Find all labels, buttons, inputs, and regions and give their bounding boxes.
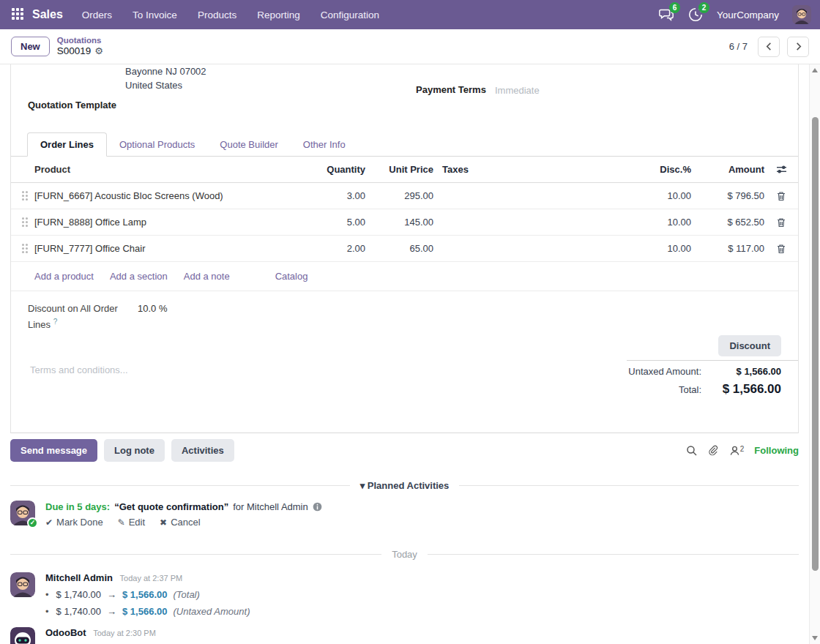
adjust-columns-icon[interactable]	[776, 165, 787, 174]
attachments-icon[interactable]	[708, 445, 719, 457]
terms-and-conditions-field[interactable]: Terms and conditions...	[30, 364, 128, 375]
cell-quantity[interactable]: 5.00	[283, 217, 365, 228]
followers-button[interactable]: 2	[729, 445, 745, 457]
add-section-link[interactable]: Add a section	[110, 271, 168, 282]
planned-activities-toggle[interactable]: ▾ Planned Activities	[350, 480, 460, 491]
discount-all-lines-value[interactable]: 10.0 %	[138, 303, 167, 314]
pager-previous-button[interactable]	[758, 37, 780, 57]
scroll-up-arrow[interactable]	[812, 68, 818, 72]
app-name[interactable]: Sales	[32, 8, 63, 21]
cell-product[interactable]: [FURN_8888] Office Lamp	[34, 217, 283, 228]
drag-handle-icon[interactable]	[22, 244, 24, 246]
scroll-down-arrow[interactable]	[812, 636, 818, 640]
activity-due: Due in 5 days:	[45, 501, 110, 512]
drag-handle-icon[interactable]	[22, 217, 24, 220]
activity-summary: “Get quote confirmation”	[114, 501, 228, 512]
tab-quote-builder[interactable]: Quote Builder	[207, 133, 291, 156]
arrow-icon: →	[107, 606, 116, 617]
cell-product[interactable]: [FURN_6667] Acoustic Bloc Screens (Wood)	[34, 190, 283, 201]
help-hint-icon[interactable]: ?	[53, 318, 58, 326]
message-time: Today at 2:37 PM	[120, 574, 183, 583]
user-avatar[interactable]	[792, 5, 811, 24]
scrollbar-thumb[interactable]	[812, 117, 819, 571]
activities-icon[interactable]: 2	[687, 7, 704, 23]
menu-orders[interactable]: Orders	[82, 10, 112, 20]
cell-quantity[interactable]: 2.00	[283, 243, 365, 254]
cell-disc[interactable]: 10.00	[625, 243, 691, 254]
menu-configuration[interactable]: Configuration	[321, 10, 379, 20]
delete-row-icon[interactable]	[777, 244, 786, 254]
new-value: $ 1,566.00	[122, 589, 167, 600]
delete-row-icon[interactable]	[777, 217, 786, 228]
following-toggle[interactable]: Following	[754, 445, 799, 456]
message-author[interactable]: OdooBot	[45, 627, 86, 638]
edit-activity-button[interactable]: ✎Edit	[118, 517, 145, 528]
cell-disc[interactable]: 10.00	[625, 190, 691, 201]
col-amount: Amount	[691, 164, 764, 175]
search-messages-icon[interactable]	[686, 445, 698, 457]
tab-other-info[interactable]: Other Info	[291, 133, 358, 156]
payment-terms-field[interactable]: Immediate	[495, 85, 540, 96]
address-line-1: Bayonne NJ 07002	[125, 64, 206, 78]
activity-check-badge: ✓	[27, 517, 38, 528]
tab-order-lines[interactable]: Order Lines	[27, 132, 107, 157]
untaxed-amount-value: $ 1,566.00	[712, 366, 781, 377]
message-author[interactable]: Mitchell Admin	[45, 572, 113, 583]
apps-menu-icon[interactable]	[12, 8, 25, 21]
log-note-button[interactable]: Log note	[104, 439, 165, 462]
drag-handle-icon[interactable]	[22, 191, 24, 193]
cancel-activity-button[interactable]: ✖Cancel	[160, 517, 201, 528]
message-item: Mitchell Admin Today at 2:37 PM • $ 1,74…	[10, 572, 799, 617]
cell-unit-price[interactable]: 145.00	[365, 217, 433, 228]
delete-row-icon[interactable]	[777, 191, 786, 201]
menu-reporting[interactable]: Reporting	[257, 10, 300, 20]
add-note-link[interactable]: Add a note	[184, 271, 230, 282]
vertical-scrollbar[interactable]	[809, 64, 820, 644]
tracking-change-untaxed: • $ 1,740.00 → $ 1,566.00 (Untaxed Amoun…	[45, 606, 250, 617]
info-icon[interactable]	[313, 502, 322, 512]
activities-button[interactable]: Activities	[171, 439, 234, 462]
table-row[interactable]: [FURN_8888] Office Lamp 5.00 145.00 10.0…	[11, 209, 798, 236]
cell-quantity[interactable]: 3.00	[283, 190, 365, 201]
tracking-change-total: • $ 1,740.00 → $ 1,566.00 (Total)	[45, 589, 250, 600]
cell-unit-price[interactable]: 65.00	[365, 243, 433, 254]
discount-label-text: Discount on All Order Lines	[28, 303, 118, 330]
send-message-button[interactable]: Send message	[10, 439, 97, 462]
company-switcher[interactable]: YourCompany	[717, 10, 779, 20]
messages-icon[interactable]: 6	[658, 7, 674, 23]
col-quantity: Quantity	[283, 164, 365, 175]
gear-icon[interactable]: ⚙	[94, 46, 103, 57]
customer-address: Bayonne NJ 07002 United States	[125, 64, 206, 92]
totals-separator	[627, 360, 798, 361]
cell-product[interactable]: [FURN_7777] Office Chair	[34, 243, 283, 254]
cell-unit-price[interactable]: 295.00	[365, 190, 433, 201]
menu-products[interactable]: Products	[198, 10, 236, 20]
cell-amount: $ 652.50	[691, 217, 764, 228]
tab-optional-products[interactable]: Optional Products	[107, 133, 207, 156]
new-button[interactable]: New	[11, 37, 50, 56]
new-value: $ 1,566.00	[122, 606, 167, 617]
payment-terms-label: Payment Terms	[416, 84, 486, 95]
edit-label: Edit	[129, 517, 145, 528]
table-footer-links: Add a product Add a section Add a note C…	[11, 262, 798, 291]
table-row[interactable]: [FURN_7777] Office Chair 2.00 65.00 10.0…	[11, 236, 798, 262]
pager-next-button[interactable]	[787, 37, 809, 57]
discount-button[interactable]: Discount	[718, 335, 781, 356]
table-row[interactable]: [FURN_6667] Acoustic Bloc Screens (Wood)…	[11, 183, 798, 209]
pager-count: 6 / 7	[729, 41, 748, 52]
today-divider-label: Today	[381, 549, 428, 560]
cell-disc[interactable]: 10.00	[625, 217, 691, 228]
add-product-link[interactable]: Add a product	[34, 271, 94, 282]
totals-block: Untaxed Amount: $ 1,566.00 Total: $ 1,56…	[628, 366, 781, 402]
planned-activity-item: ✓ Due in 5 days: “Get quote confirmation…	[10, 501, 799, 528]
cancel-label: Cancel	[171, 517, 200, 528]
breadcrumb-quotations[interactable]: Quotations	[57, 36, 103, 45]
catalog-link[interactable]: Catalog	[275, 271, 308, 282]
mark-done-button[interactable]: ✔Mark Done	[45, 517, 103, 528]
activities-badge: 2	[698, 2, 709, 13]
cell-amount: $ 796.50	[691, 190, 764, 201]
notebook-tabs: Order Lines Optional Products Quote Buil…	[11, 131, 798, 157]
untaxed-amount-label: Untaxed Amount:	[628, 366, 701, 377]
check-icon: ✔	[45, 517, 53, 528]
menu-to-invoice[interactable]: To Invoice	[133, 10, 177, 20]
